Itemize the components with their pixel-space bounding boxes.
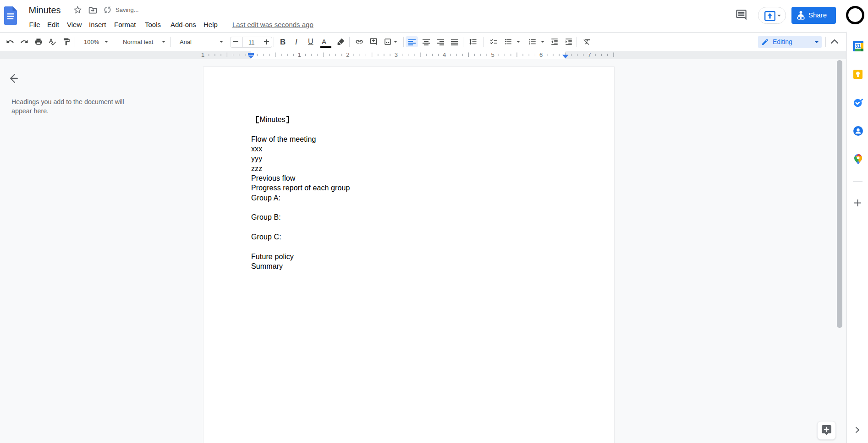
svg-text:6: 6 [539, 51, 543, 58]
svg-text:2: 2 [346, 51, 349, 58]
svg-text:4: 4 [443, 51, 446, 58]
svg-text:1: 1 [298, 51, 301, 58]
svg-text:1: 1 [201, 51, 204, 58]
svg-text:5: 5 [491, 51, 494, 58]
svg-text:31: 31 [855, 44, 861, 49]
svg-text:3: 3 [395, 51, 398, 58]
svg-text:7: 7 [588, 51, 591, 58]
